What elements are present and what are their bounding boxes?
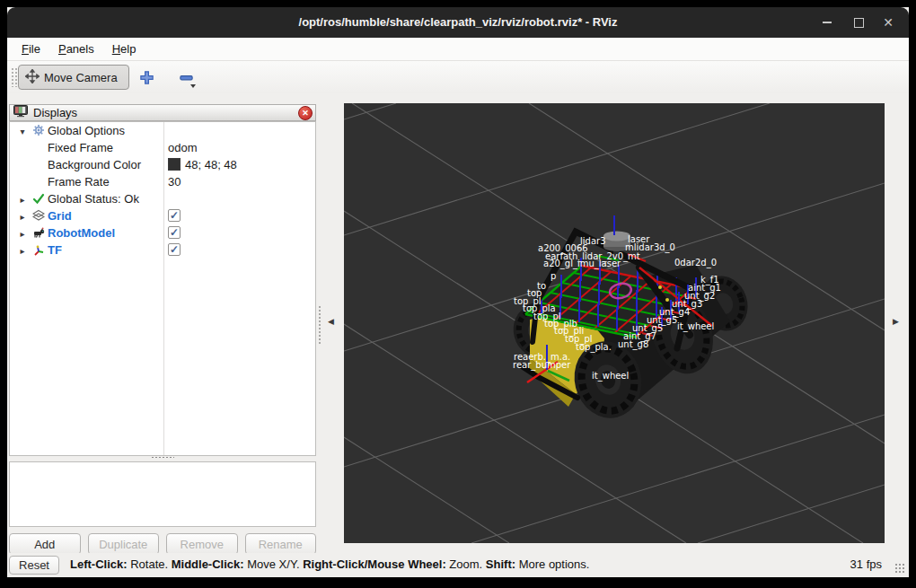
resize-grip[interactable]	[894, 563, 906, 575]
collapse-left-icon[interactable]: ◀	[328, 317, 334, 326]
help-segment: Move X/Y.	[244, 557, 304, 571]
enabled-checkbox[interactable]: ✓	[168, 243, 181, 256]
add-tool-button[interactable]	[138, 69, 154, 85]
main-area: Displays ✕ ▾Global OptionsFixed Frameodo…	[7, 93, 909, 553]
displays-buttons-row: AddDuplicateRemoveRename	[9, 533, 316, 555]
3d-scene	[344, 103, 885, 543]
splitter-left[interactable]: ◀	[316, 103, 344, 543]
row-label: Global Options	[48, 124, 125, 137]
splitter-grip[interactable]	[318, 305, 322, 345]
row-label: Frame Rate	[48, 175, 110, 189]
tree-row-global-status-ok[interactable]: ▸Global Status: Ok	[10, 190, 315, 207]
expander-icon[interactable]: ▾	[15, 123, 30, 140]
tree-row-grid[interactable]: ▸Grid✓	[10, 207, 315, 224]
displays-panel-header[interactable]: Displays ✕	[9, 104, 316, 121]
row-label: Background Color	[48, 158, 141, 171]
row-label: TF	[48, 243, 62, 257]
minimize-icon	[823, 22, 832, 23]
window-title: /opt/ros/humble/share/clearpath_viz/rviz…	[7, 7, 909, 38]
row-label: Global Status: Ok	[48, 192, 139, 206]
minimize-button[interactable]	[817, 7, 837, 38]
expander-icon[interactable]: ▸	[15, 208, 30, 225]
tree-row-frame-rate[interactable]: Frame Rate30	[10, 173, 315, 190]
row-label: Fixed Frame	[48, 141, 113, 154]
displays-icon	[13, 105, 28, 120]
reset-button[interactable]: Reset	[9, 556, 59, 575]
mouse-help-text: Left-Click: Rotate. Middle-Click: Move X…	[70, 553, 589, 576]
maximize-icon	[854, 18, 864, 28]
tree-row-background-color[interactable]: Background Color48; 48; 48	[10, 156, 315, 173]
panel-close-button[interactable]: ✕	[298, 106, 313, 120]
tree-row-global-options[interactable]: ▾Global Options	[10, 122, 315, 139]
move-camera-label: Move Camera	[44, 71, 118, 84]
grid-icon	[30, 207, 48, 224]
help-segment: Middle-Click:	[172, 557, 244, 571]
menu-file[interactable]: File	[13, 38, 49, 61]
move-camera-tool[interactable]: Move Camera	[18, 65, 129, 90]
fps-counter: 31 fps	[850, 553, 882, 576]
description-splitter-handle[interactable]	[151, 456, 174, 459]
enabled-checkbox[interactable]: ✓	[168, 226, 181, 239]
maximize-button[interactable]	[849, 7, 868, 38]
menu-bar: FilePanelsHelp	[7, 38, 909, 61]
expander-icon[interactable]: ▸	[15, 242, 30, 259]
row-value[interactable]: 48; 48; 48	[168, 156, 237, 173]
minus-icon	[179, 70, 194, 85]
robot-model	[507, 215, 754, 426]
screen: /opt/ros/humble/share/clearpath_viz/rviz…	[0, 0, 916, 588]
tree-row-fixed-frame[interactable]: Fixed Frameodom	[10, 139, 315, 156]
menu-panels[interactable]: Panels	[49, 38, 103, 61]
remove-tool-button[interactable]	[178, 69, 194, 85]
description-area	[9, 461, 316, 527]
help-segment: Zoom.	[446, 557, 486, 571]
status-bar: Reset Left-Click: Rotate. Middle-Click: …	[7, 553, 909, 577]
expander-icon[interactable]: ▸	[15, 225, 30, 242]
displays-tree[interactable]: ▾Global OptionsFixed FrameodomBackground…	[9, 121, 316, 456]
help-segment: Left-Click:	[70, 557, 128, 571]
help-segment: More options.	[515, 557, 589, 571]
plus-icon	[139, 70, 154, 85]
move-camera-icon	[25, 69, 40, 86]
toolbar: Move Camera	[7, 61, 909, 94]
row-label: RobotModel	[48, 226, 115, 240]
remove-tool-dropdown-arrow[interactable]	[190, 84, 196, 88]
help-segment: Shift:	[486, 557, 515, 571]
rviz-window: /opt/ros/humble/share/clearpath_viz/rviz…	[7, 7, 909, 577]
expander-icon[interactable]: ▸	[15, 191, 30, 208]
tree-row-tf[interactable]: ▸TF✓	[10, 241, 315, 259]
menu-help[interactable]: Help	[103, 38, 145, 61]
check-icon	[30, 190, 48, 207]
enabled-checkbox[interactable]: ✓	[168, 209, 181, 222]
color-swatch	[168, 158, 181, 171]
close-icon: ✕	[883, 16, 894, 29]
gear-icon	[30, 122, 48, 139]
displays-panel-title: Displays	[33, 106, 77, 119]
3d-viewport[interactable]: lidar3lasera200_0066mlidar3d_0earfath_li…	[344, 103, 885, 543]
add-button[interactable]: Add	[9, 533, 81, 555]
title-bar[interactable]: /opt/ros/humble/share/clearpath_viz/rviz…	[7, 7, 909, 38]
remove-button[interactable]: Remove	[166, 533, 238, 555]
help-segment: Right-Click/Mouse Wheel:	[303, 557, 446, 571]
rename-button[interactable]: Rename	[245, 533, 317, 555]
collapse-right-icon[interactable]: ▶	[893, 317, 899, 326]
row-value[interactable]: odom	[168, 139, 198, 156]
duplicate-button[interactable]: Duplicate	[88, 533, 160, 555]
tree-row-robotmodel[interactable]: ▸RobotModel✓	[10, 224, 315, 241]
splitter-right[interactable]: ▶	[885, 103, 909, 543]
tf-icon	[30, 241, 48, 259]
close-button[interactable]: ✕	[878, 7, 898, 38]
row-value[interactable]: 30	[168, 173, 181, 190]
robot-icon	[30, 224, 48, 241]
row-label: Grid	[48, 209, 72, 223]
toolbar-drag-handle[interactable]	[11, 67, 17, 87]
help-segment: Rotate.	[128, 557, 172, 571]
